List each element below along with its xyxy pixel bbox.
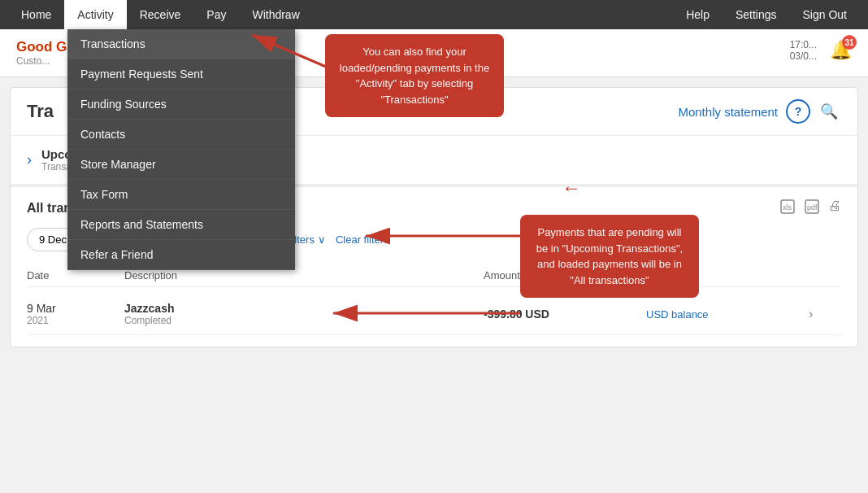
date-main: 9 Mar bbox=[27, 302, 124, 315]
menu-contacts[interactable]: Contacts bbox=[67, 120, 295, 150]
all-filters-chevron: ∨ bbox=[318, 233, 326, 246]
clear-filters-button[interactable]: Clear filters bbox=[336, 233, 389, 246]
menu-payment-requests[interactable]: Payment Requests Sent bbox=[67, 59, 295, 89]
print-button[interactable]: 🖨 bbox=[828, 199, 841, 218]
transactions-tooltip: Payments that are pending will be in "Up… bbox=[520, 215, 699, 298]
date-column-header: Date bbox=[27, 269, 124, 281]
transaction-name: Jazzcash bbox=[124, 302, 484, 315]
transaction-balance-type[interactable]: USD balance bbox=[646, 308, 809, 321]
menu-funding-sources[interactable]: Funding Sources bbox=[67, 89, 295, 120]
menu-store-manager[interactable]: Store Manager bbox=[67, 150, 295, 180]
action-column-header bbox=[809, 269, 841, 281]
date-display: 03/0... bbox=[790, 50, 817, 62]
activity-dropdown: Transactions Payment Requests Sent Fundi… bbox=[67, 29, 295, 270]
transaction-status: Completed bbox=[124, 315, 484, 326]
excel-export-button[interactable]: xls bbox=[779, 199, 796, 218]
svg-text:pdf: pdf bbox=[807, 203, 818, 212]
help-button[interactable]: ? bbox=[786, 99, 810, 124]
transaction-expand-button[interactable]: › bbox=[809, 307, 841, 321]
menu-refer-friend[interactable]: Refer a Friend bbox=[67, 240, 295, 270]
menu-reports-statements[interactable]: Reports and Statements bbox=[67, 210, 295, 240]
notification-badge: 31 bbox=[842, 35, 857, 50]
nav-pay[interactable]: Pay bbox=[193, 0, 239, 29]
svg-text:xls: xls bbox=[783, 203, 792, 212]
activity-tooltip-text: You can also find your loaded/pending pa… bbox=[325, 34, 504, 117]
transaction-amount: -399.80 USD bbox=[484, 308, 646, 321]
date-year: 2021 bbox=[27, 315, 124, 326]
menu-transactions[interactable]: Transactions bbox=[67, 29, 295, 59]
nav-signout[interactable]: Sign Out bbox=[790, 0, 860, 29]
pdf-export-button[interactable]: pdf bbox=[804, 199, 820, 218]
search-button[interactable]: 🔍 bbox=[817, 99, 841, 124]
monthly-statement-link[interactable]: Monthly statement bbox=[678, 105, 778, 119]
time-display: 17:0... bbox=[790, 39, 817, 50]
header-right: 17:0... 03/0... 🔔 31 bbox=[790, 39, 852, 62]
table-row: 9 Mar 2021 Jazzcash Completed -399.80 US… bbox=[27, 294, 841, 335]
transaction-description: Jazzcash Completed bbox=[124, 302, 484, 326]
activity-tooltip: You can also find your loaded/pending pa… bbox=[325, 34, 504, 117]
nav-settings[interactable]: Settings bbox=[723, 0, 790, 29]
top-navigation: Home Activity Receive Pay Withdraw Help … bbox=[0, 0, 868, 29]
time-info: 17:0... 03/0... bbox=[790, 39, 817, 62]
transactions-tooltip-text: Payments that are pending will be in "Up… bbox=[520, 215, 699, 298]
nav-help[interactable]: Help bbox=[673, 0, 723, 29]
nav-withdraw[interactable]: Withdraw bbox=[239, 0, 312, 29]
export-icons: xls pdf 🖨 bbox=[779, 199, 841, 218]
nav-home[interactable]: Home bbox=[8, 0, 64, 29]
transaction-date: 9 Mar 2021 bbox=[27, 302, 124, 326]
upcoming-chevron[interactable]: › bbox=[27, 151, 32, 168]
nav-activity[interactable]: Activity bbox=[64, 0, 126, 29]
nav-receive[interactable]: Receive bbox=[127, 0, 194, 29]
description-column-header: Description bbox=[124, 269, 484, 281]
menu-tax-form[interactable]: Tax Form bbox=[67, 180, 295, 210]
notification-bell[interactable]: 🔔 31 bbox=[830, 40, 852, 61]
